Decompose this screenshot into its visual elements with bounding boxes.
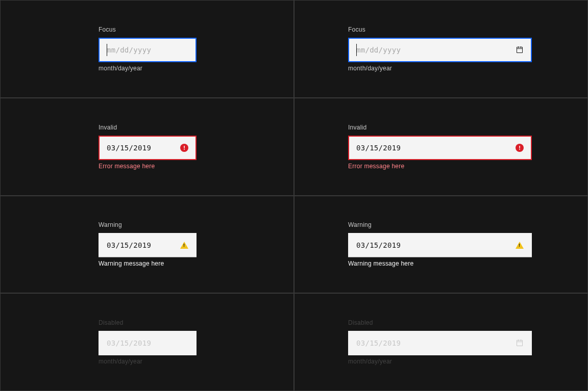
- helper-focus: month/day/year: [348, 64, 532, 72]
- label-focus: Focus: [99, 25, 197, 34]
- label-disabled: Disabled: [99, 319, 197, 327]
- label-invalid: Invalid: [348, 123, 532, 132]
- warning-icon: [516, 242, 524, 249]
- error-message: Error message here: [99, 162, 197, 170]
- label-warning: Warning: [99, 221, 197, 229]
- date-field-disabled: [348, 331, 532, 355]
- date-field-disabled: [99, 331, 197, 355]
- calendar-icon[interactable]: [516, 46, 524, 54]
- date-field-warning[interactable]: [99, 233, 197, 257]
- text-caret: [356, 44, 357, 56]
- cell-focus-short: Focus month/day/year: [0, 0, 294, 98]
- cell-disabled-long: Disabled month/day/year: [294, 293, 588, 391]
- date-input: [99, 331, 206, 355]
- error-icon: !: [180, 144, 188, 152]
- calendar-icon: [516, 339, 524, 347]
- cell-warning-long: Warning Warning message here: [294, 196, 588, 294]
- date-field-invalid[interactable]: !: [99, 136, 197, 160]
- date-input[interactable]: [348, 136, 532, 160]
- label-focus: Focus: [348, 25, 532, 34]
- date-input[interactable]: [348, 38, 532, 62]
- warning-icon: [180, 242, 188, 249]
- helper-disabled: month/day/year: [99, 357, 197, 366]
- date-field-warning[interactable]: [348, 233, 532, 257]
- helper-focus: month/day/year: [99, 64, 197, 72]
- cell-invalid-long: Invalid ! Error message here: [294, 98, 588, 196]
- cell-disabled-short: Disabled month/day/year: [0, 293, 294, 391]
- warning-message: Warning message here: [99, 259, 197, 268]
- date-input: [348, 331, 532, 355]
- error-icon: !: [516, 144, 524, 152]
- cell-focus-long: Focus month/day/year: [294, 0, 588, 98]
- date-input[interactable]: [348, 233, 532, 257]
- label-warning: Warning: [348, 221, 532, 229]
- date-field-focus[interactable]: [99, 38, 197, 62]
- label-disabled: Disabled: [348, 319, 532, 327]
- helper-disabled: month/day/year: [348, 357, 532, 366]
- date-field-invalid[interactable]: !: [348, 136, 532, 160]
- date-input[interactable]: [99, 38, 206, 62]
- warning-message: Warning message here: [348, 259, 532, 268]
- date-input[interactable]: [99, 233, 206, 257]
- label-invalid: Invalid: [99, 123, 197, 132]
- cell-warning-short: Warning Warning message here: [0, 196, 294, 294]
- date-field-focus[interactable]: [348, 38, 532, 62]
- text-caret: [107, 44, 107, 56]
- cell-invalid-short: Invalid ! Error message here: [0, 98, 294, 196]
- date-input[interactable]: [99, 136, 206, 160]
- error-message: Error message here: [348, 162, 532, 170]
